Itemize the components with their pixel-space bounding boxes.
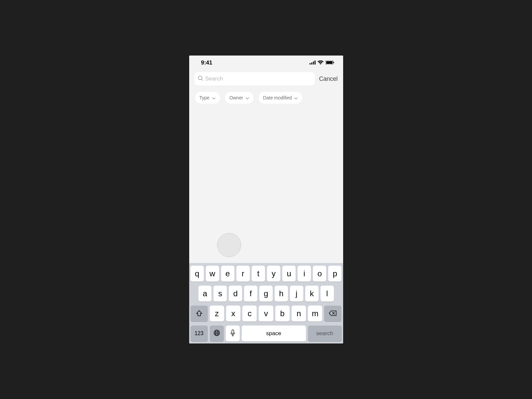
filter-row: Type Owner Date modified bbox=[189, 87, 343, 108]
svg-rect-2 bbox=[313, 62, 314, 65]
key-c[interactable]: c bbox=[242, 306, 257, 322]
key-search[interactable]: search bbox=[308, 326, 342, 341]
kb-row-3: z x c v b n m bbox=[191, 306, 342, 322]
search-icon bbox=[198, 75, 203, 82]
phone-frame: 9:41 Cancel Type Owner bbox=[189, 56, 343, 343]
key-k[interactable]: k bbox=[305, 286, 319, 302]
key-s[interactable]: s bbox=[213, 286, 227, 302]
key-x[interactable]: x bbox=[226, 306, 240, 322]
key-j[interactable]: j bbox=[290, 286, 303, 302]
key-space[interactable]: space bbox=[242, 326, 306, 341]
chevron-down-icon bbox=[246, 95, 249, 100]
svg-rect-1 bbox=[311, 63, 312, 65]
svg-rect-6 bbox=[333, 62, 334, 63]
globe-icon bbox=[213, 329, 220, 338]
key-r[interactable]: r bbox=[236, 266, 250, 282]
search-input[interactable] bbox=[205, 75, 312, 82]
svg-line-8 bbox=[201, 79, 203, 80]
key-n[interactable]: n bbox=[292, 306, 306, 322]
key-f[interactable]: f bbox=[244, 286, 257, 302]
key-backspace[interactable] bbox=[324, 306, 341, 322]
key-d[interactable]: d bbox=[229, 286, 242, 302]
svg-rect-12 bbox=[232, 330, 234, 333]
key-shift[interactable] bbox=[191, 306, 208, 322]
cellular-icon bbox=[310, 60, 316, 66]
wifi-icon bbox=[318, 60, 324, 66]
chevron-down-icon bbox=[212, 95, 215, 100]
key-globe[interactable] bbox=[210, 326, 224, 341]
shift-icon bbox=[196, 309, 202, 318]
chip-label: Type bbox=[200, 95, 209, 100]
key-p[interactable]: p bbox=[328, 266, 341, 282]
filter-chip-date-modified[interactable]: Date modified bbox=[258, 91, 303, 104]
key-w[interactable]: w bbox=[206, 266, 219, 282]
battery-icon bbox=[326, 60, 334, 66]
key-mic[interactable] bbox=[226, 326, 240, 341]
kb-row-2: a s d f g h j k l bbox=[191, 286, 342, 302]
chip-label: Owner bbox=[229, 95, 243, 100]
key-v[interactable]: v bbox=[259, 306, 273, 322]
svg-rect-3 bbox=[315, 61, 316, 65]
key-i[interactable]: i bbox=[298, 266, 311, 282]
key-y[interactable]: y bbox=[267, 266, 280, 282]
key-g[interactable]: g bbox=[259, 286, 273, 302]
key-h[interactable]: h bbox=[275, 286, 288, 302]
key-z[interactable]: z bbox=[210, 306, 224, 322]
filter-chip-type[interactable]: Type bbox=[195, 91, 220, 104]
chip-label: Date modified bbox=[263, 95, 292, 100]
touch-indicator bbox=[217, 233, 241, 257]
kb-row-4: 123 space search bbox=[191, 326, 342, 341]
keyboard: q w e r t y u i o p a s d f g h j k l bbox=[189, 263, 343, 343]
key-e[interactable]: e bbox=[221, 266, 234, 282]
key-q[interactable]: q bbox=[191, 266, 204, 282]
key-b[interactable]: b bbox=[275, 306, 290, 322]
key-numbers[interactable]: 123 bbox=[191, 326, 208, 341]
search-row: Cancel bbox=[189, 70, 343, 87]
mic-icon bbox=[230, 329, 235, 338]
key-o[interactable]: o bbox=[313, 266, 326, 282]
key-t[interactable]: t bbox=[252, 266, 265, 282]
svg-rect-5 bbox=[326, 61, 332, 64]
status-icons bbox=[310, 60, 334, 66]
key-u[interactable]: u bbox=[282, 266, 296, 282]
kb-row-1: q w e r t y u i o p bbox=[191, 266, 342, 282]
chevron-down-icon bbox=[294, 95, 298, 100]
filter-chip-owner[interactable]: Owner bbox=[224, 91, 254, 104]
search-field[interactable] bbox=[195, 72, 315, 85]
status-bar: 9:41 bbox=[189, 56, 343, 70]
status-time: 9:41 bbox=[201, 60, 212, 66]
cancel-button[interactable]: Cancel bbox=[319, 75, 337, 82]
key-m[interactable]: m bbox=[308, 306, 322, 322]
key-l[interactable]: l bbox=[321, 286, 334, 302]
backspace-icon bbox=[329, 309, 337, 318]
key-a[interactable]: a bbox=[199, 286, 212, 302]
svg-rect-0 bbox=[310, 63, 311, 65]
